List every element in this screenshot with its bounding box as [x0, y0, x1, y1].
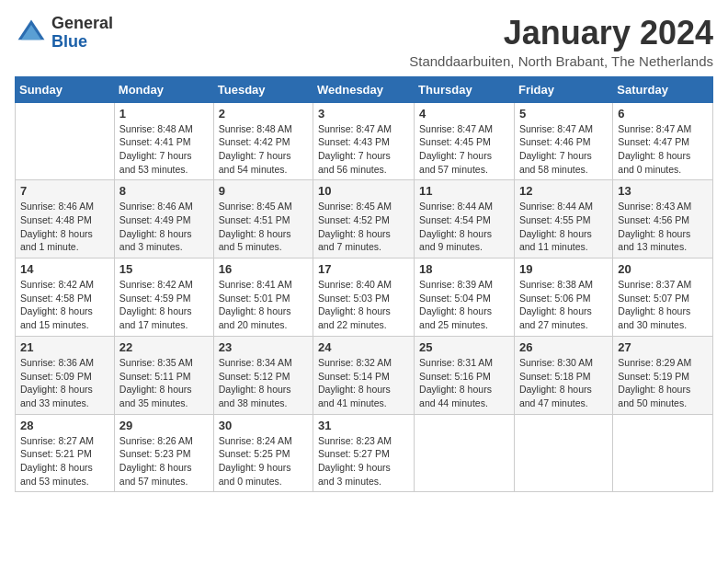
day-info: Sunrise: 8:36 AMSunset: 5:09 PMDaylight:… [20, 356, 109, 410]
day-cell: 5Sunrise: 8:47 AMSunset: 4:46 PMDaylight… [514, 102, 612, 180]
day-cell: 18Sunrise: 8:39 AMSunset: 5:04 PMDayligh… [415, 259, 515, 337]
day-cell: 19Sunrise: 8:38 AMSunset: 5:06 PMDayligh… [514, 259, 612, 337]
day-number: 20 [618, 262, 708, 276]
day-cell: 13Sunrise: 8:43 AMSunset: 4:56 PMDayligh… [613, 180, 713, 259]
weekday-header-wednesday: Wednesday [313, 76, 415, 102]
day-cell [415, 414, 515, 492]
day-number: 26 [519, 340, 608, 354]
day-info: Sunrise: 8:45 AMSunset: 4:51 PMDaylight:… [219, 200, 308, 254]
logo: General Blue [15, 15, 113, 52]
logo-text: General Blue [51, 15, 113, 52]
day-cell: 30Sunrise: 8:24 AMSunset: 5:25 PMDayligh… [213, 414, 313, 492]
day-number: 10 [318, 184, 409, 198]
day-info: Sunrise: 8:41 AMSunset: 5:01 PMDaylight:… [219, 278, 308, 332]
day-cell: 9Sunrise: 8:45 AMSunset: 4:51 PMDaylight… [213, 180, 313, 259]
subtitle: Standdaarbuiten, North Brabant, The Neth… [409, 53, 713, 69]
day-info: Sunrise: 8:27 AMSunset: 5:21 PMDaylight:… [20, 434, 109, 488]
day-cell: 6Sunrise: 8:47 AMSunset: 4:47 PMDaylight… [613, 102, 713, 180]
day-number: 27 [618, 340, 708, 354]
day-number: 9 [219, 184, 308, 198]
day-number: 13 [618, 184, 708, 198]
logo-icon [15, 17, 48, 50]
day-number: 24 [318, 340, 409, 354]
day-info: Sunrise: 8:37 AMSunset: 5:07 PMDaylight:… [618, 278, 708, 332]
day-number: 31 [318, 419, 409, 432]
day-number: 19 [519, 262, 608, 276]
day-number: 28 [20, 419, 109, 432]
day-number: 12 [519, 184, 608, 198]
day-info: Sunrise: 8:35 AMSunset: 5:11 PMDaylight:… [119, 356, 209, 410]
day-number: 11 [419, 184, 509, 198]
day-info: Sunrise: 8:24 AMSunset: 5:25 PMDaylight:… [219, 434, 308, 488]
day-cell: 29Sunrise: 8:26 AMSunset: 5:23 PMDayligh… [114, 414, 213, 492]
day-info: Sunrise: 8:47 AMSunset: 4:46 PMDaylight:… [519, 122, 608, 177]
week-row-2: 14Sunrise: 8:42 AMSunset: 4:58 PMDayligh… [16, 259, 713, 337]
logo-blue: Blue [51, 32, 87, 51]
day-info: Sunrise: 8:44 AMSunset: 4:55 PMDaylight:… [519, 200, 608, 254]
calendar-header: SundayMondayTuesdayWednesdayThursdayFrid… [16, 76, 713, 102]
day-cell: 3Sunrise: 8:47 AMSunset: 4:43 PMDaylight… [313, 102, 415, 180]
weekday-header-row: SundayMondayTuesdayWednesdayThursdayFrid… [16, 76, 713, 102]
day-info: Sunrise: 8:46 AMSunset: 4:48 PMDaylight:… [20, 200, 109, 254]
day-info: Sunrise: 8:29 AMSunset: 5:19 PMDaylight:… [618, 356, 708, 410]
day-cell: 25Sunrise: 8:31 AMSunset: 5:16 PMDayligh… [415, 336, 515, 414]
day-cell [613, 414, 713, 492]
day-number: 18 [419, 262, 509, 276]
day-info: Sunrise: 8:42 AMSunset: 4:58 PMDaylight:… [20, 278, 109, 332]
week-row-4: 28Sunrise: 8:27 AMSunset: 5:21 PMDayligh… [16, 414, 713, 492]
day-number: 4 [419, 107, 509, 121]
day-info: Sunrise: 8:48 AMSunset: 4:42 PMDaylight:… [219, 122, 308, 177]
day-number: 25 [419, 340, 509, 354]
day-info: Sunrise: 8:32 AMSunset: 5:14 PMDaylight:… [318, 356, 409, 410]
day-info: Sunrise: 8:31 AMSunset: 5:16 PMDaylight:… [419, 356, 509, 410]
day-info: Sunrise: 8:43 AMSunset: 4:56 PMDaylight:… [618, 200, 708, 254]
day-cell: 10Sunrise: 8:45 AMSunset: 4:52 PMDayligh… [313, 180, 415, 259]
weekday-header-saturday: Saturday [613, 76, 713, 102]
day-number: 17 [318, 262, 409, 276]
title-block: January 2024 Standdaarbuiten, North Brab… [409, 15, 713, 69]
day-number: 1 [119, 107, 209, 121]
day-number: 22 [119, 340, 209, 354]
day-info: Sunrise: 8:42 AMSunset: 4:59 PMDaylight:… [119, 278, 209, 332]
day-cell: 24Sunrise: 8:32 AMSunset: 5:14 PMDayligh… [313, 336, 415, 414]
weekday-header-tuesday: Tuesday [213, 76, 313, 102]
day-number: 3 [318, 107, 409, 121]
day-number: 14 [20, 262, 109, 276]
day-cell: 16Sunrise: 8:41 AMSunset: 5:01 PMDayligh… [213, 259, 313, 337]
day-cell [514, 414, 612, 492]
calendar-table: SundayMondayTuesdayWednesdayThursdayFrid… [15, 76, 713, 493]
day-cell: 31Sunrise: 8:23 AMSunset: 5:27 PMDayligh… [313, 414, 415, 492]
day-number: 23 [219, 340, 308, 354]
day-number: 7 [20, 184, 109, 198]
day-info: Sunrise: 8:23 AMSunset: 5:27 PMDaylight:… [318, 434, 409, 488]
day-info: Sunrise: 8:30 AMSunset: 5:18 PMDaylight:… [519, 356, 608, 410]
day-info: Sunrise: 8:46 AMSunset: 4:49 PMDaylight:… [119, 200, 209, 254]
day-number: 8 [119, 184, 209, 198]
week-row-1: 7Sunrise: 8:46 AMSunset: 4:48 PMDaylight… [16, 180, 713, 259]
day-cell: 1Sunrise: 8:48 AMSunset: 4:41 PMDaylight… [114, 102, 213, 180]
day-number: 16 [219, 262, 308, 276]
day-cell: 11Sunrise: 8:44 AMSunset: 4:54 PMDayligh… [415, 180, 515, 259]
day-cell: 4Sunrise: 8:47 AMSunset: 4:45 PMDaylight… [415, 102, 515, 180]
day-cell [16, 102, 115, 180]
day-cell: 22Sunrise: 8:35 AMSunset: 5:11 PMDayligh… [114, 336, 213, 414]
day-cell: 26Sunrise: 8:30 AMSunset: 5:18 PMDayligh… [514, 336, 612, 414]
day-cell: 14Sunrise: 8:42 AMSunset: 4:58 PMDayligh… [16, 259, 115, 337]
day-number: 2 [219, 107, 308, 121]
day-info: Sunrise: 8:45 AMSunset: 4:52 PMDaylight:… [318, 200, 409, 254]
day-cell: 27Sunrise: 8:29 AMSunset: 5:19 PMDayligh… [613, 336, 713, 414]
day-cell: 12Sunrise: 8:44 AMSunset: 4:55 PMDayligh… [514, 180, 612, 259]
day-cell: 17Sunrise: 8:40 AMSunset: 5:03 PMDayligh… [313, 259, 415, 337]
day-number: 21 [20, 340, 109, 354]
day-number: 5 [519, 107, 608, 121]
weekday-header-sunday: Sunday [16, 76, 115, 102]
day-cell: 28Sunrise: 8:27 AMSunset: 5:21 PMDayligh… [16, 414, 115, 492]
day-cell: 20Sunrise: 8:37 AMSunset: 5:07 PMDayligh… [613, 259, 713, 337]
weekday-header-friday: Friday [514, 76, 612, 102]
day-cell: 15Sunrise: 8:42 AMSunset: 4:59 PMDayligh… [114, 259, 213, 337]
day-cell: 23Sunrise: 8:34 AMSunset: 5:12 PMDayligh… [213, 336, 313, 414]
day-number: 30 [219, 419, 308, 432]
day-cell: 8Sunrise: 8:46 AMSunset: 4:49 PMDaylight… [114, 180, 213, 259]
day-number: 6 [618, 107, 708, 121]
day-cell: 7Sunrise: 8:46 AMSunset: 4:48 PMDaylight… [16, 180, 115, 259]
